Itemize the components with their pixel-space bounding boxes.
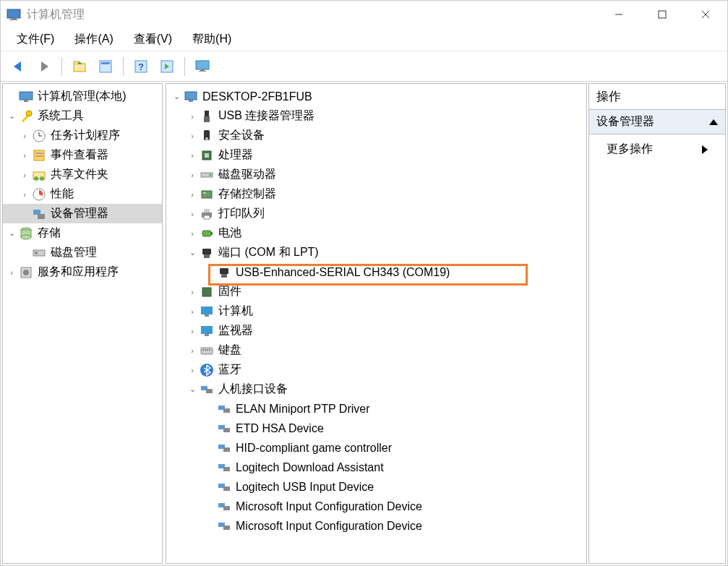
- storage-icon: [19, 226, 33, 241]
- expand-icon[interactable]: ›: [187, 130, 198, 142]
- window-title: 计算机管理: [27, 7, 597, 22]
- expand-icon[interactable]: ›: [187, 169, 198, 181]
- refresh-button[interactable]: [155, 55, 179, 78]
- collapse-icon[interactable]: ⌄: [6, 111, 17, 122]
- actions-section[interactable]: 设备管理器: [589, 110, 725, 134]
- device-hid[interactable]: ⌄ 人机接口设备: [166, 380, 586, 399]
- hid-icon: [200, 382, 214, 397]
- collapse-arrow-icon: [709, 119, 718, 125]
- expand-icon[interactable]: ›: [19, 150, 30, 161]
- computer-icon: [184, 90, 198, 104]
- collapse-icon[interactable]: ⌄: [187, 247, 198, 259]
- device-firmware[interactable]: › 固件: [166, 282, 586, 301]
- device-hid-item[interactable]: Logitech USB Input Device: [166, 477, 586, 497]
- tree-storage[interactable]: ⌄ 存储: [3, 223, 162, 243]
- device-hid-item[interactable]: Microsoft Input Configuration Device: [166, 516, 586, 536]
- tree-label: USB 连接器管理器: [218, 108, 314, 124]
- tree-task-scheduler[interactable]: › 任务计划程序: [3, 126, 162, 145]
- device-hid-item[interactable]: Microsoft Input Configuration Device: [166, 497, 586, 516]
- up-folder-button[interactable]: [67, 55, 92, 78]
- collapse-icon[interactable]: ⌄: [6, 228, 17, 239]
- tree-label: 安全设备: [218, 128, 265, 143]
- svg-point-43: [205, 137, 208, 140]
- device-hid-item[interactable]: HID-compliant game controller: [166, 438, 586, 458]
- svg-rect-41: [204, 116, 210, 122]
- menu-action[interactable]: 操作(A): [64, 29, 123, 50]
- expand-icon[interactable]: ›: [187, 306, 198, 317]
- device-monitors[interactable]: › 监视器: [166, 321, 586, 340]
- tree-label: Logitech Download Assistant: [236, 461, 384, 474]
- tree-device-manager[interactable]: 设备管理器: [3, 204, 162, 223]
- svg-rect-15: [199, 71, 206, 72]
- tree-services-apps[interactable]: › 服务和应用程序: [3, 262, 162, 282]
- device-hid-item[interactable]: ETD HSA Device: [166, 419, 586, 438]
- expand-icon[interactable]: ›: [187, 111, 198, 122]
- expand-icon[interactable]: ›: [187, 286, 198, 298]
- forward-button[interactable]: [32, 55, 56, 78]
- menu-help[interactable]: 帮助(H): [182, 29, 241, 50]
- expand-icon[interactable]: ›: [187, 228, 198, 239]
- collapse-icon[interactable]: ⌄: [187, 384, 198, 395]
- device-keyboards[interactable]: › 键盘: [166, 340, 586, 360]
- expand-icon[interactable]: ›: [187, 150, 198, 161]
- svg-rect-58: [221, 274, 227, 278]
- tree-performance[interactable]: › 性能: [3, 184, 162, 204]
- expand-icon[interactable]: ›: [19, 169, 30, 181]
- expand-icon[interactable]: ›: [187, 189, 198, 200]
- tree-disk-management[interactable]: 磁盘管理: [3, 243, 162, 262]
- expand-icon[interactable]: ›: [187, 364, 198, 376]
- properties-button[interactable]: [93, 55, 118, 78]
- device-hid-item[interactable]: Logitech Download Assistant: [166, 458, 586, 477]
- svg-rect-4: [659, 11, 666, 18]
- device-serial-port[interactable]: USB-Enhanced-SERIAL CH343 (COM19): [166, 262, 586, 282]
- svg-rect-59: [202, 288, 211, 296]
- device-storage-controllers[interactable]: › 存储控制器: [166, 184, 586, 204]
- tree-system-tools[interactable]: ⌄ 系统工具: [3, 106, 162, 126]
- device-hid-item[interactable]: ELAN Miniport PTP Driver: [166, 399, 586, 419]
- device-processors[interactable]: › 处理器: [166, 145, 586, 165]
- back-button[interactable]: [6, 55, 30, 78]
- toolbar: ?: [1, 51, 727, 82]
- blank-expander: [6, 91, 17, 103]
- device-disk-drives[interactable]: › 磁盘驱动器: [166, 165, 586, 184]
- device-batteries[interactable]: › 电池: [166, 223, 586, 243]
- tree-root[interactable]: 计算机管理(本地): [3, 87, 162, 106]
- usb-icon: [200, 109, 214, 124]
- hid-device-icon: [217, 519, 231, 533]
- firmware-icon: [200, 285, 214, 299]
- tree-label: 计算机: [218, 304, 253, 319]
- svg-rect-1: [11, 18, 17, 20]
- menu-file[interactable]: 文件(F): [7, 29, 64, 50]
- svg-rect-53: [202, 231, 211, 236]
- device-ports[interactable]: ⌄ 端口 (COM 和 LPT): [166, 243, 586, 262]
- expand-icon[interactable]: ›: [19, 189, 30, 200]
- device-security[interactable]: › 安全设备: [166, 126, 586, 145]
- expand-icon[interactable]: ›: [187, 325, 198, 337]
- menu-view[interactable]: 查看(V): [124, 29, 182, 50]
- tree-shared-folders[interactable]: › 共享文件夹: [3, 165, 162, 184]
- minimize-button[interactable]: [597, 1, 641, 28]
- cpu-icon: [200, 148, 214, 163]
- device-usb-connector[interactable]: › USB 连接器管理器: [166, 106, 586, 126]
- tree-label: USB-Enhanced-SERIAL CH343 (COM19): [236, 266, 450, 279]
- help-button[interactable]: ?: [129, 55, 153, 78]
- expand-icon[interactable]: ›: [19, 130, 30, 142]
- svg-rect-51: [204, 209, 210, 213]
- maximize-button[interactable]: [641, 1, 684, 28]
- services-icon: [19, 265, 33, 280]
- monitor-button[interactable]: [190, 55, 215, 78]
- expand-icon[interactable]: ›: [187, 208, 198, 220]
- device-print-queues[interactable]: › 打印队列: [166, 204, 586, 223]
- device-computer[interactable]: › 计算机: [166, 301, 586, 321]
- collapse-icon[interactable]: ⌄: [171, 91, 182, 103]
- expand-icon[interactable]: ›: [187, 345, 198, 356]
- tree-event-viewer[interactable]: › 事件查看器: [3, 145, 162, 165]
- actions-more[interactable]: 更多操作: [589, 134, 725, 164]
- expand-icon[interactable]: ›: [6, 267, 17, 278]
- computer-mgmt-icon: [19, 90, 33, 104]
- device-bluetooth[interactable]: › 蓝牙: [166, 360, 586, 380]
- svg-rect-2: [9, 20, 18, 20]
- device-root[interactable]: ⌄ DESKTOP-2FB1FUB: [166, 87, 586, 106]
- close-button[interactable]: [684, 1, 727, 28]
- actions-pane: 操作 设备管理器 更多操作: [588, 83, 726, 564]
